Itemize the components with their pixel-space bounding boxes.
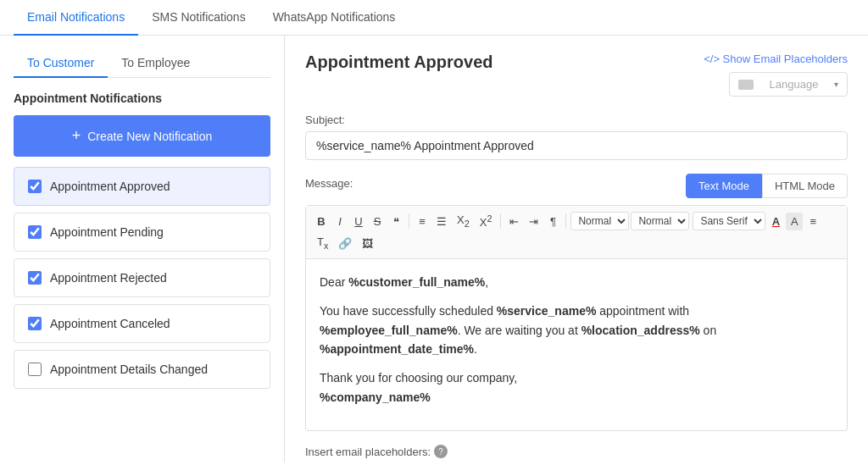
underline-button[interactable]: U: [350, 213, 367, 230]
placeholders-label: Insert email placeholders: ?: [305, 445, 848, 458]
plus-icon: +: [72, 127, 81, 145]
notification-item-canceled[interactable]: Appointment Canceled: [14, 304, 270, 343]
right-panel: Appointment Approved </> Show Email Plac…: [285, 36, 868, 462]
editor-closing: Thank you for choosing our company,%comp…: [320, 368, 833, 407]
notification-item-pending[interactable]: Appointment Pending: [14, 213, 270, 252]
image-button[interactable]: 🖼: [358, 235, 377, 252]
clear-format-button[interactable]: Tx: [313, 233, 332, 253]
bold-button[interactable]: B: [313, 213, 330, 230]
rtl-button[interactable]: ¶: [544, 213, 561, 230]
ordered-list-button[interactable]: ≡: [414, 213, 431, 230]
panel-header: Appointment Approved </> Show Email Plac…: [305, 53, 848, 97]
top-tabs-bar: Email Notifications SMS Notifications Wh…: [0, 0, 868, 36]
editor-body[interactable]: Dear %customer_full_name%, You have succ…: [306, 259, 847, 430]
section-title: Appointment Notifications: [14, 91, 270, 105]
sidebar: To Customer To Employee Appointment Noti…: [0, 36, 285, 462]
main-layout: To Customer To Employee Appointment Noti…: [0, 36, 868, 462]
tab-whatsapp-notifications[interactable]: WhatsApp Notifications: [259, 0, 409, 36]
notification-label-approved: Appointment Approved: [50, 180, 170, 193]
align-button[interactable]: ≡: [804, 213, 821, 230]
language-label: Language: [770, 78, 819, 91]
notification-item-approved[interactable]: Appointment Approved: [14, 167, 270, 206]
message-label: Message:: [305, 177, 353, 190]
placeholder-datetime: %appointment_date_time%: [320, 342, 474, 356]
message-label-row: Message: Text Mode HTML Mode: [305, 174, 848, 198]
editor-toolbar: B I U S ❝ ≡ ☰ X2 X2 ⇤ ⇥ ¶ Normal Norma: [306, 206, 847, 259]
panel-header-right: </> Show Email Placeholders Language ▾: [704, 53, 848, 97]
placeholder-company-name: %company_name%: [320, 390, 431, 404]
create-btn-label: Create New Notification: [87, 130, 212, 143]
checkbox-canceled[interactable]: [28, 317, 42, 330]
sub-tab-customer[interactable]: To Customer: [14, 49, 108, 78]
quote-button[interactable]: ❝: [387, 213, 404, 230]
notification-label-details-changed: Appointment Details Changed: [50, 363, 208, 376]
notification-item-details-changed[interactable]: Appointment Details Changed: [14, 350, 270, 389]
editor-body-text: You have successfully scheduled %service…: [320, 302, 833, 358]
text-mode-button[interactable]: Text Mode: [686, 174, 762, 198]
create-notification-button[interactable]: + Create New Notification: [14, 115, 270, 157]
tab-email-notifications[interactable]: Email Notifications: [14, 0, 138, 36]
show-placeholders-link[interactable]: </> Show Email Placeholders: [704, 53, 848, 65]
language-selector[interactable]: Language ▾: [729, 72, 848, 97]
checkbox-details-changed[interactable]: [28, 363, 42, 376]
toolbar-separator-2: [500, 213, 501, 229]
notification-label-canceled: Appointment Canceled: [50, 317, 170, 330]
chevron-down-icon: ▾: [834, 80, 838, 89]
toolbar-separator-1: [409, 213, 409, 229]
editor-container: B I U S ❝ ≡ ☰ X2 X2 ⇤ ⇥ ¶ Normal Norma: [305, 205, 848, 431]
font-bg-button[interactable]: A: [786, 213, 803, 230]
toolbar-separator-3: [565, 213, 566, 229]
strikethrough-button[interactable]: S: [369, 213, 386, 230]
subscript-button[interactable]: X2: [453, 211, 474, 231]
sub-tabs: To Customer To Employee: [14, 49, 270, 78]
font-color-button[interactable]: A: [767, 213, 784, 230]
placeholder-location: %location_address%: [581, 324, 700, 337]
checkbox-pending[interactable]: [28, 225, 42, 239]
placeholder-customer-name: %customer_full_name%: [348, 275, 485, 289]
heading-select[interactable]: Normal: [570, 212, 629, 230]
indent-right-button[interactable]: ⇥: [525, 213, 542, 230]
superscript-button[interactable]: X2: [476, 211, 497, 231]
placeholder-employee-name: %employee_full_name%: [320, 324, 458, 337]
placeholder-service-name: %service_name%: [497, 304, 597, 318]
font-family-select[interactable]: Sans Serif: [693, 212, 765, 230]
link-button[interactable]: 🔗: [334, 235, 356, 252]
language-flag-icon: [738, 80, 754, 90]
tab-sms-notifications[interactable]: SMS Notifications: [138, 0, 259, 36]
subject-input[interactable]: [305, 131, 848, 160]
notification-label-pending: Appointment Pending: [50, 225, 164, 239]
html-mode-button[interactable]: HTML Mode: [762, 174, 848, 198]
notification-item-rejected[interactable]: Appointment Rejected: [14, 258, 270, 297]
subject-label: Subject:: [305, 113, 848, 126]
panel-title: Appointment Approved: [305, 53, 492, 72]
italic-button[interactable]: I: [331, 213, 348, 230]
notification-label-rejected: Appointment Rejected: [50, 271, 167, 285]
mode-buttons: Text Mode HTML Mode: [686, 174, 848, 198]
editor-greeting: Dear %customer_full_name%,: [320, 273, 833, 291]
font-select[interactable]: Normal: [631, 212, 689, 230]
unordered-list-button[interactable]: ☰: [432, 213, 451, 230]
checkbox-rejected[interactable]: [28, 271, 42, 285]
checkbox-approved[interactable]: [28, 180, 42, 193]
placeholders-section: Insert email placeholders: ? Customer ▾ …: [305, 445, 848, 462]
sub-tab-employee[interactable]: To Employee: [108, 49, 203, 78]
help-icon[interactable]: ?: [434, 445, 448, 458]
indent-left-button[interactable]: ⇤: [505, 213, 523, 230]
